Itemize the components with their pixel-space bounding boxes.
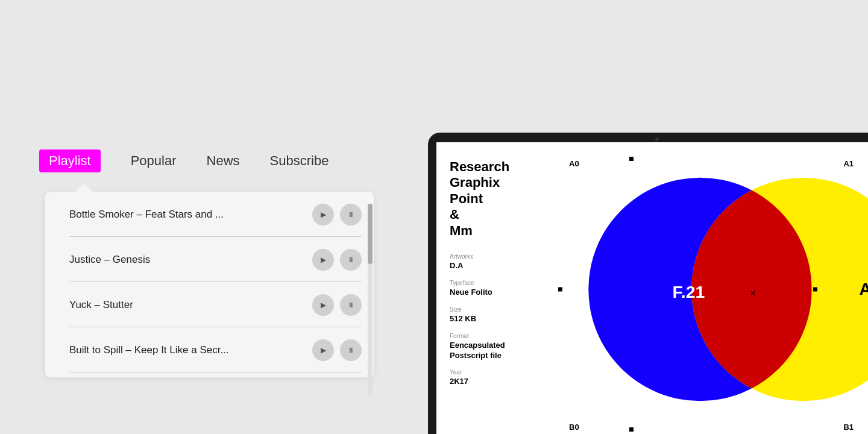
playlist-panel: Bottle Smoker – Feat Stars and ... ▶ ⏸ J… xyxy=(45,192,374,377)
tab-playlist[interactable]: Playlist xyxy=(39,149,101,172)
format-value: EencapsulatedPostscript file xyxy=(450,341,544,361)
play-button[interactable]: ▶ xyxy=(312,204,334,225)
tab-subscribe[interactable]: Subscribe xyxy=(270,153,329,169)
pause-button[interactable]: ⏸ xyxy=(340,339,362,361)
typeface-label: Typeface xyxy=(450,280,544,286)
list-item: Built to Spill – Keep It Like a Secr... … xyxy=(45,327,374,373)
grid-label-a1: A1 xyxy=(843,159,854,168)
track-title: Built to Spill – Keep It Like a Secr... xyxy=(69,344,229,356)
track-title: Yuck – Stutter xyxy=(69,299,133,311)
meta-typeface: Typeface Neue Folito xyxy=(450,280,544,298)
tablet-screen: ResearchGraphixPoint&Mm Artworks D.A Typ… xyxy=(436,142,868,434)
pause-button[interactable]: ⏸ xyxy=(340,249,362,271)
list-item: Yuck – Stutter ▶ ⏸ xyxy=(45,282,374,327)
play-button[interactable]: ▶ xyxy=(312,294,334,316)
grid-label-b0: B0 xyxy=(569,423,579,432)
grid-dot-mid-left xyxy=(558,288,562,292)
nav-tabs: Playlist Popular News Subscribe xyxy=(39,149,329,172)
year-label: Year xyxy=(450,369,544,376)
scrollbar-track[interactable] xyxy=(368,204,373,397)
year-value: 2K17 xyxy=(450,377,544,387)
left-panel: Playlist Popular News Subscribe Bottle S… xyxy=(0,0,398,434)
tablet-frame: ResearchGraphixPoint&Mm Artworks D.A Typ… xyxy=(428,133,868,434)
meta-size: Size 512 KB xyxy=(450,306,544,324)
grid-dot-b0 xyxy=(629,427,634,432)
track-controls: ▶ ⏸ xyxy=(312,339,362,361)
scrollbar-thumb[interactable] xyxy=(368,204,373,264)
venn-diagram: F.21 × xyxy=(557,142,868,434)
font-name: ResearchGraphixPoint&Mm xyxy=(450,159,544,239)
play-button[interactable]: ▶ xyxy=(312,339,334,361)
grid-label-a0: A0 xyxy=(569,159,579,168)
tablet-device: ResearchGraphixPoint&Mm Artworks D.A Typ… xyxy=(428,133,868,434)
info-panel: ResearchGraphixPoint&Mm Artworks D.A Typ… xyxy=(436,142,557,434)
cross-label: × xyxy=(750,288,756,299)
meta-year: Year 2K17 xyxy=(450,369,544,387)
grid-label-b1: B1 xyxy=(843,423,854,432)
grid-dot-a0 xyxy=(629,157,634,161)
meta-artworks: Artworks D.A xyxy=(450,253,544,271)
meta-format: Format EencapsulatedPostscript file xyxy=(450,333,544,361)
grid-dot-mid-right xyxy=(813,288,817,292)
track-title: Bottle Smoker – Feat Stars and ... xyxy=(69,209,224,221)
tab-popular[interactable]: Popular xyxy=(131,153,177,169)
center-label: F.21 xyxy=(673,282,705,301)
track-controls: ▶ ⏸ xyxy=(312,294,362,316)
typeface-value: Neue Folito xyxy=(450,288,544,298)
size-label: Size xyxy=(450,306,544,313)
track-controls: ▶ ⏸ xyxy=(312,204,362,225)
pause-button[interactable]: ⏸ xyxy=(340,204,362,225)
track-title: Justice – Genesis xyxy=(69,254,150,266)
ab-label: AB xyxy=(860,280,868,299)
tab-news[interactable]: News xyxy=(207,153,240,169)
artworks-label: Artworks xyxy=(450,253,544,260)
play-button[interactable]: ▶ xyxy=(312,249,334,271)
list-item: Justice – Genesis ▶ ⏸ xyxy=(45,237,374,282)
size-value: 512 KB xyxy=(450,314,544,324)
tablet-camera xyxy=(655,137,659,141)
track-controls: ▶ ⏸ xyxy=(312,249,362,271)
pause-button[interactable]: ⏸ xyxy=(340,294,362,316)
list-item: Bottle Smoker – Feat Stars and ... ▶ ⏸ xyxy=(45,192,374,237)
artworks-value: D.A xyxy=(450,261,544,271)
chart-area: A0 A1 B0 B1 xyxy=(557,142,868,434)
format-label: Format xyxy=(450,333,544,339)
